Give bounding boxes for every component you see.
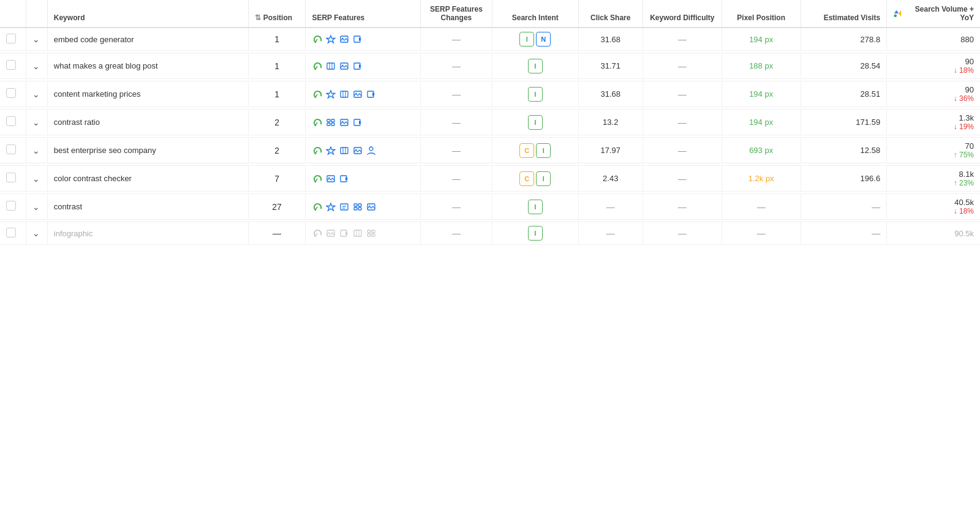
serp-changes-value: — [452, 61, 461, 71]
svg-point-18 [356, 92, 357, 94]
serp-changes-value: — [452, 174, 461, 184]
keyword-text: embed code generator [54, 35, 134, 44]
row-expand-chevron[interactable]: ⌄ [32, 34, 40, 44]
th-checkbox [0, 0, 26, 28]
serp-icon [366, 89, 377, 100]
svg-marker-13 [326, 91, 335, 98]
estimated-visits-value: 12.58 [861, 146, 881, 155]
intent-badge: I [528, 59, 543, 73]
serp-features-cell [312, 61, 413, 72]
yoy-value: 36% [954, 94, 974, 103]
intent-cell: I [499, 59, 572, 73]
row-expand-chevron[interactable]: ⌄ [32, 89, 40, 99]
pixel-position-value: 194 px [749, 118, 773, 127]
table-row: ⌄content marketing prices1—I31.68—194 px… [0, 81, 980, 107]
svg-rect-6 [327, 63, 334, 69]
row-checkbox[interactable] [6, 144, 16, 154]
intent-cell: I [499, 226, 572, 241]
position-value: 1 [274, 34, 279, 44]
serp-icon [325, 61, 336, 72]
th-click-share: Click Share [578, 0, 643, 28]
svg-marker-40 [326, 203, 335, 211]
row-checkbox[interactable] [6, 228, 16, 238]
intent-cell: IN [499, 32, 572, 47]
volume-cell: 40.5k18% [893, 198, 974, 215]
serp-icon [312, 61, 323, 72]
svg-rect-14 [341, 91, 348, 97]
estimated-visits-value: — [872, 228, 880, 238]
pixel-position-value: 1.2k px [748, 174, 774, 183]
serp-icon [366, 228, 377, 239]
google-ads-icon [893, 9, 902, 18]
serp-changes-value: — [452, 118, 461, 127]
serp-icon [312, 145, 323, 156]
svg-rect-45 [358, 204, 361, 206]
serp-changes-value: — [452, 89, 461, 99]
click-share-value: 31.68 [600, 89, 620, 99]
svg-rect-21 [327, 119, 330, 122]
svg-point-0 [894, 14, 897, 17]
volume-cell: 90.5k [893, 229, 974, 238]
volume-value: 90 [965, 85, 974, 94]
pixel-position-value: 194 px [749, 89, 773, 99]
row-checkbox[interactable] [6, 34, 16, 43]
svg-marker-29 [326, 147, 335, 154]
keyword-text: color contrast checker [54, 174, 132, 183]
svg-rect-56 [368, 230, 371, 233]
serp-icon [325, 173, 336, 184]
volume-value: 8.1k [959, 170, 974, 179]
intent-badge: N [536, 32, 551, 47]
serp-icon [312, 89, 323, 100]
pixel-position-value: 693 px [749, 146, 773, 155]
intent-cell: I [499, 87, 572, 102]
kd-value: — [678, 202, 687, 212]
row-expand-chevron[interactable]: ⌄ [32, 118, 40, 127]
svg-rect-44 [354, 204, 357, 206]
serp-features-cell [312, 89, 413, 100]
volume-cell: 9036% [893, 85, 974, 103]
svg-point-26 [342, 121, 344, 122]
row-expand-chevron[interactable]: ⌄ [32, 202, 40, 212]
position-value: 2 [274, 118, 279, 127]
serp-icon [312, 117, 323, 128]
svg-marker-1 [326, 36, 335, 43]
th-position[interactable]: ⇅ Position [248, 0, 306, 28]
table-row: ⌄what makes a great blog post1—I31.71—18… [0, 53, 980, 79]
serp-icon [325, 34, 336, 45]
th-keyword: Keyword [47, 0, 248, 28]
row-expand-chevron[interactable]: ⌄ [32, 228, 40, 238]
serp-icon [339, 201, 350, 212]
svg-rect-58 [368, 234, 371, 236]
keyword-text: infographic [54, 229, 93, 238]
serp-icon [325, 201, 336, 212]
row-expand-chevron[interactable]: ⌄ [32, 146, 40, 155]
serp-icon [312, 34, 323, 45]
serp-icon [312, 173, 323, 184]
serp-features-cell [312, 201, 413, 212]
estimated-visits-value: 28.51 [861, 89, 881, 99]
row-checkbox[interactable] [6, 173, 16, 182]
serp-icon [352, 201, 363, 212]
position-value: 7 [274, 174, 279, 184]
th-expand [26, 0, 47, 28]
serp-icon [352, 89, 363, 100]
serp-icon [325, 228, 336, 239]
kd-value: — [678, 146, 687, 155]
row-checkbox[interactable] [6, 60, 16, 70]
intent-cell: I [499, 115, 572, 130]
row-checkbox[interactable] [6, 116, 16, 126]
serp-icon [366, 145, 377, 156]
row-expand-chevron[interactable]: ⌄ [32, 61, 40, 71]
row-expand-chevron[interactable]: ⌄ [32, 174, 40, 184]
serp-features-cell [312, 228, 413, 239]
serp-icon [352, 145, 363, 156]
volume-cell: 1.3k19% [893, 113, 974, 131]
intent-cell: CI [499, 171, 572, 186]
serp-icon [339, 228, 350, 239]
row-checkbox[interactable] [6, 88, 16, 98]
row-checkbox[interactable] [6, 201, 16, 211]
intent-badge: I [528, 200, 543, 214]
estimated-visits-value: 28.54 [861, 61, 881, 70]
kd-value: — [678, 89, 687, 99]
intent-badge: I [528, 115, 543, 130]
